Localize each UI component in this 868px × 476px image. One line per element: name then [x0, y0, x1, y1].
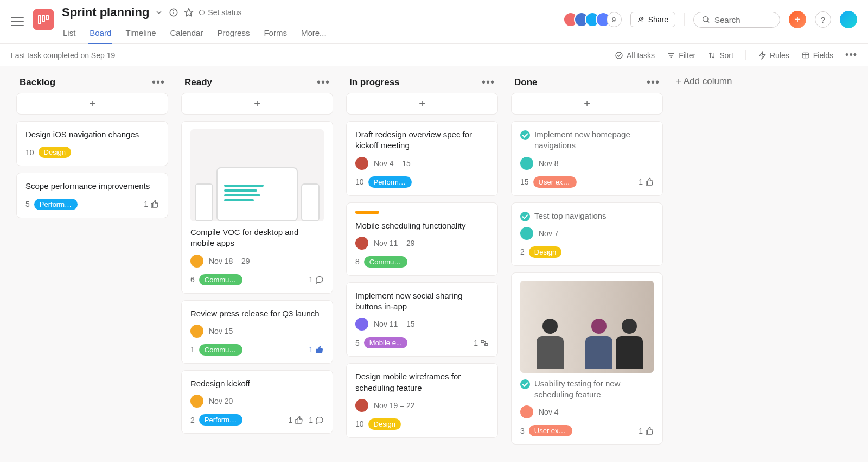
sort-button[interactable]: Sort [707, 51, 733, 60]
fields-button[interactable]: Fields [801, 51, 833, 60]
svg-point-5 [174, 11, 174, 11]
search-input[interactable]: Search [693, 12, 780, 28]
help-button[interactable]: ? [815, 11, 831, 28]
card-tag: Performa... [34, 199, 78, 210]
assignee-avatar [190, 325, 203, 338]
card-tag: Design [368, 418, 401, 430]
subtask-count: 3 [520, 427, 525, 435]
assignee-avatar [190, 395, 203, 408]
task-card[interactable]: Draft redesign overview spec for kickoff… [346, 121, 498, 196]
task-card[interactable]: Implement new social sharing buttons in-… [346, 282, 498, 357]
svg-line-10 [707, 21, 709, 23]
like-count[interactable]: 1 [309, 345, 324, 354]
create-button[interactable]: + [789, 11, 806, 28]
column-backlog: Backlog••• +Design iOS navigation change… [11, 66, 174, 225]
task-card[interactable]: Design mobile wireframes for scheduling … [346, 363, 498, 438]
card-date: Nov 19 – 22 [374, 401, 415, 410]
project-title[interactable]: Sprint planning [62, 5, 149, 20]
card-date: Nov 8 [539, 159, 559, 168]
task-card[interactable]: Redesign kickoffNov 202Performa...1 1 [181, 370, 333, 434]
tab-board[interactable]: Board [88, 24, 112, 44]
info-icon[interactable] [169, 8, 178, 17]
assignee-avatar [520, 227, 533, 240]
task-card[interactable]: Mobile scheduling functionalityNov 11 – … [346, 202, 498, 276]
card-date: Nov 11 – 29 [374, 239, 415, 247]
task-card[interactable]: Usability testing for new scheduling fea… [511, 272, 663, 445]
chevron-down-icon[interactable] [155, 8, 163, 17]
task-card[interactable]: Test top navigationsNov 72Design [511, 202, 663, 266]
task-card[interactable]: Scope performance improvements5Performa.… [16, 173, 168, 218]
kanban-board: Backlog••• +Design iOS navigation change… [0, 66, 868, 462]
card-tag: Communi... [199, 274, 242, 285]
card-title: Draft redesign overview spec for kickoff… [355, 129, 489, 151]
member-avatars[interactable]: 9 [563, 12, 622, 27]
assignee-avatar [520, 405, 533, 418]
card-tag: Mobile e... [364, 337, 407, 348]
task-card[interactable]: Implement new homepage navigationsNov 81… [511, 121, 663, 196]
task-card[interactable]: Review press release for Q3 launchNov 15… [181, 300, 333, 364]
check-complete-icon[interactable] [520, 379, 530, 389]
card-title: Implement new homepage navigations [520, 129, 654, 151]
fields-icon [801, 51, 810, 60]
dependency-count[interactable]: 1 [474, 339, 489, 347]
assignee-avatar [190, 255, 203, 268]
svg-point-8 [642, 17, 643, 19]
tab-list[interactable]: List [62, 24, 76, 44]
like-count[interactable]: 1 [288, 416, 303, 424]
filter-button[interactable]: Filter [667, 51, 695, 60]
menu-toggle[interactable] [11, 15, 24, 28]
subtask-count: 10 [355, 177, 364, 186]
column-more-icon[interactable]: ••• [647, 76, 660, 88]
tab-progress[interactable]: Progress [216, 24, 251, 44]
column-ready: Ready••• +Compile VOC for desktop and mo… [176, 66, 339, 440]
column-more-icon[interactable]: ••• [317, 76, 330, 88]
avatar-count[interactable]: 9 [607, 12, 622, 27]
column-more-icon[interactable]: ••• [152, 76, 165, 88]
subtask-count: 1 [190, 345, 195, 354]
check-complete-icon[interactable] [520, 212, 530, 221]
tab-forms[interactable]: Forms [263, 24, 288, 44]
more-options[interactable]: ••• [845, 49, 857, 61]
assignee-avatar [520, 157, 533, 170]
like-count[interactable]: 1 [639, 177, 654, 186]
card-date: Nov 20 [209, 397, 233, 405]
comment-count[interactable]: 1 [309, 275, 324, 284]
card-title: Design iOS navigation changes [25, 129, 159, 140]
star-icon[interactable] [184, 8, 194, 17]
tab-more[interactable]: More... [300, 24, 328, 44]
like-count[interactable]: 1 [639, 427, 654, 435]
filter-icon [667, 51, 675, 60]
task-card[interactable]: Compile VOC for desktop and mobile appsN… [181, 121, 333, 294]
tab-calendar[interactable]: Calendar [169, 24, 205, 44]
subtask-count: 10 [355, 420, 364, 428]
divider [684, 13, 685, 26]
share-button[interactable]: Share [630, 12, 675, 27]
add-card-button[interactable]: + [181, 93, 333, 115]
column-title: Done [514, 77, 538, 88]
card-tag: Design [529, 246, 561, 258]
card-title: Scope performance improvements [25, 181, 159, 192]
assignee-avatar [355, 157, 368, 170]
all-tasks-filter[interactable]: All tasks [615, 51, 655, 60]
svg-rect-2 [46, 15, 48, 20]
add-card-button[interactable]: + [16, 93, 168, 115]
column-more-icon[interactable]: ••• [482, 76, 495, 88]
rules-button[interactable]: Rules [758, 51, 789, 60]
svg-point-7 [639, 18, 641, 20]
like-count[interactable]: 1 [144, 200, 159, 208]
add-column-button[interactable]: + Add column [671, 66, 738, 97]
set-status-button[interactable]: Set status [199, 8, 241, 17]
add-card-button[interactable]: + [511, 93, 663, 115]
card-tag: User exp... [533, 176, 577, 188]
last-completed-text: Last task completed on Sep 19 [11, 51, 115, 60]
svg-point-9 [703, 17, 708, 22]
check-complete-icon[interactable] [520, 130, 530, 140]
svg-point-11 [616, 52, 622, 59]
comment-count[interactable]: 1 [309, 416, 324, 424]
tab-timeline[interactable]: Timeline [124, 24, 157, 44]
user-avatar[interactable] [840, 11, 857, 28]
add-card-button[interactable]: + [346, 93, 498, 115]
task-card[interactable]: Design iOS navigation changes10Design [16, 121, 168, 166]
card-title: Design mobile wireframes for scheduling … [355, 371, 489, 394]
card-tag: Performa... [368, 176, 412, 188]
